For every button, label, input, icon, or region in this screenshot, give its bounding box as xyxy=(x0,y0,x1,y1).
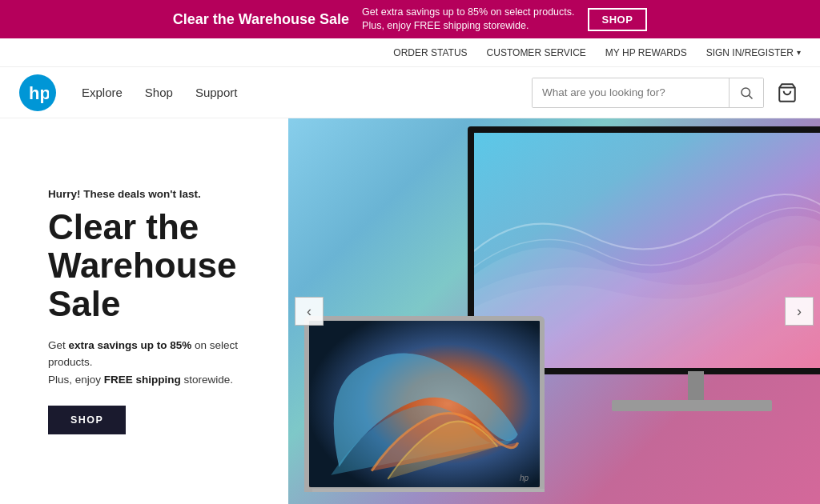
banner-description: Get extra savings up to 85% on select pr… xyxy=(362,6,574,34)
hero-shop-button[interactable]: SHOP xyxy=(48,406,126,434)
shop-link[interactable]: Shop xyxy=(145,86,173,99)
main-navigation: hp Explore Shop Support xyxy=(0,67,820,118)
hero-title: Clear the Warehouse Sale xyxy=(48,208,256,324)
cart-button[interactable] xyxy=(774,79,801,106)
sign-in-label: SIGN IN/REGISTER xyxy=(706,47,794,58)
hero-description: Get extra savings up to 85% on select pr… xyxy=(48,337,256,389)
laptop-brand-logo: hp xyxy=(520,474,529,482)
search-area xyxy=(532,78,801,108)
banner-title: Clear the Warehouse Sale xyxy=(173,11,349,28)
svg-point-1 xyxy=(742,88,750,97)
my-hp-rewards-link[interactable]: MY HP REWARDS xyxy=(605,47,687,58)
laptop-base xyxy=(312,489,545,492)
hero-content: Hurry! These deals won't last. Clear the… xyxy=(0,118,288,504)
laptop-screen xyxy=(309,321,540,487)
search-box xyxy=(532,78,764,108)
search-input[interactable] xyxy=(533,78,729,107)
monitor-stand-neck xyxy=(688,371,704,403)
hp-logo[interactable]: hp xyxy=(19,74,56,111)
banner-shop-button[interactable]: SHOP xyxy=(588,8,648,31)
order-status-link[interactable]: ORDER STATUS xyxy=(393,47,467,58)
cart-icon xyxy=(777,82,798,103)
hero-subtitle: Hurry! These deals won't last. xyxy=(48,188,256,200)
search-button[interactable] xyxy=(729,78,763,107)
main-nav-links: Explore Shop Support xyxy=(82,86,506,99)
top-navigation: ORDER STATUS CUSTOMER SERVICE MY HP REWA… xyxy=(0,38,820,67)
svg-line-2 xyxy=(749,95,752,98)
hero-section: Hurry! These deals won't last. Clear the… xyxy=(0,118,820,504)
explore-link[interactable]: Explore xyxy=(82,86,123,99)
customer-service-link[interactable]: CUSTOMER SERVICE xyxy=(487,47,586,58)
search-icon xyxy=(739,86,754,100)
laptop-wallpaper xyxy=(309,321,540,487)
support-link[interactable]: Support xyxy=(195,86,238,99)
svg-text:hp: hp xyxy=(29,83,49,103)
hero-image-area: hp ‹ › xyxy=(288,118,820,504)
carousel-next-button[interactable]: › xyxy=(785,297,814,326)
monitor-stand-base xyxy=(612,400,772,411)
dropdown-arrow-icon: ▾ xyxy=(797,48,801,57)
top-banner: Clear the Warehouse Sale Get extra savin… xyxy=(0,0,820,38)
laptop-device: hp xyxy=(304,316,545,492)
carousel-prev-button[interactable]: ‹ xyxy=(295,297,324,326)
sign-in-link[interactable]: SIGN IN/REGISTER ▾ xyxy=(706,47,801,58)
